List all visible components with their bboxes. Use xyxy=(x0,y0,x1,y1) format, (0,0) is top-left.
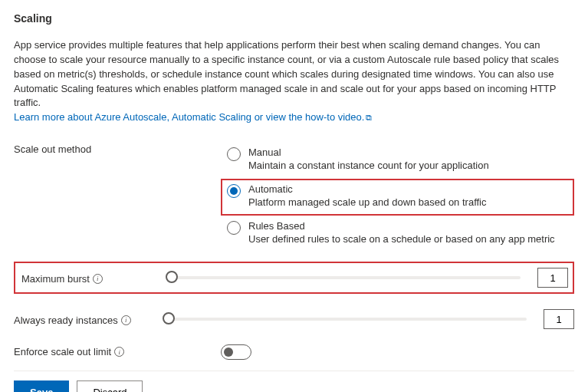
divider xyxy=(14,371,574,371)
radio-icon xyxy=(227,221,241,235)
discard-button[interactable]: Discard xyxy=(77,380,143,392)
external-link-icon: ⧉ xyxy=(366,112,372,124)
page-title: Scaling xyxy=(14,12,574,25)
always-ready-label-col: Always ready instances i xyxy=(14,313,152,326)
maximum-burst-label: Maximum burst xyxy=(21,273,90,285)
radio-option-manual[interactable]: Manual Maintain a constant instance coun… xyxy=(221,142,574,179)
slider-thumb[interactable] xyxy=(163,312,175,324)
slider-track xyxy=(172,276,521,279)
maximum-burst-slider[interactable] xyxy=(164,276,528,279)
slider-track xyxy=(169,318,527,321)
always-ready-input[interactable] xyxy=(544,309,574,329)
enforce-limit-toggle[interactable] xyxy=(221,344,251,360)
slider-thumb[interactable] xyxy=(166,271,178,283)
info-icon[interactable]: i xyxy=(93,274,103,284)
radio-desc-manual: Maintain a constant instance count for y… xyxy=(248,160,489,171)
maximum-burst-label-col: Maximum burst i xyxy=(17,272,155,285)
save-button[interactable]: Save xyxy=(14,380,69,392)
maximum-burst-row: Maximum burst i xyxy=(14,262,574,294)
learn-more-link[interactable]: Learn more about Azure Autoscale, Automa… xyxy=(14,111,372,123)
learn-more-text: Learn more about Azure Autoscale, Automa… xyxy=(14,111,364,123)
radio-icon xyxy=(227,184,241,198)
maximum-burst-input[interactable] xyxy=(537,268,568,288)
radio-label-rules: Rules Based xyxy=(248,220,555,232)
scale-out-method-group: Manual Maintain a constant instance coun… xyxy=(221,142,574,252)
radio-option-rules[interactable]: Rules Based User defined rules to scale … xyxy=(221,216,574,252)
button-row: Save Discard xyxy=(14,380,574,392)
info-icon[interactable]: i xyxy=(121,315,131,325)
scale-out-method-label: Scale out method xyxy=(14,142,221,155)
info-icon[interactable]: i xyxy=(114,347,124,357)
radio-icon xyxy=(227,147,241,161)
toggle-thumb xyxy=(224,348,233,357)
radio-desc-automatic: Platform managed scale up and down based… xyxy=(248,196,487,208)
always-ready-label: Always ready instances xyxy=(14,315,118,326)
always-ready-row: Always ready instances i xyxy=(14,305,574,334)
enforce-limit-label: Enforce scale out limit xyxy=(14,346,111,357)
enforce-limit-label-col: Enforce scale out limit i xyxy=(14,344,221,357)
scale-out-method-row: Scale out method Manual Maintain a const… xyxy=(14,142,574,252)
radio-label-automatic: Automatic xyxy=(248,183,487,195)
enforce-limit-control xyxy=(221,344,574,360)
always-ready-slider[interactable] xyxy=(161,318,534,321)
radio-option-automatic[interactable]: Automatic Platform managed scale up and … xyxy=(221,179,574,216)
scaling-description: App service provides multiple features t… xyxy=(14,38,574,125)
enforce-limit-row: Enforce scale out limit i xyxy=(14,344,574,360)
radio-desc-rules: User defined rules to scale on a schedul… xyxy=(248,233,555,245)
radio-label-manual: Manual xyxy=(248,147,489,158)
description-text: App service provides multiple features t… xyxy=(14,39,559,108)
